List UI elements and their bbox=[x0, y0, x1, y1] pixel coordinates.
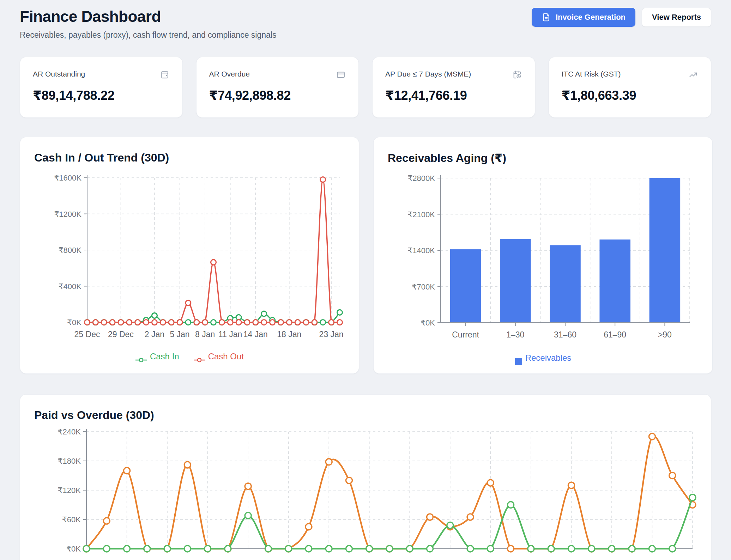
kpi-label: AR Outstanding bbox=[33, 70, 85, 78]
header-actions: Invoice Generation View Reports bbox=[532, 8, 711, 27]
kpi-label: AP Due ≤ 7 Days (MSME) bbox=[385, 70, 471, 78]
square-marker-icon bbox=[515, 351, 522, 365]
receivables-legend: Receivables bbox=[388, 351, 698, 365]
chart-title: Cash In / Out Trend (30D) bbox=[34, 151, 345, 164]
kpi-row: AR Outstanding ₹89,14,788.22 AR Overdue bbox=[20, 57, 711, 118]
legend-item-cash-in[interactable]: Cash In bbox=[135, 350, 179, 363]
svg-text:2 Jan: 2 Jan bbox=[145, 330, 164, 339]
line-marker-icon bbox=[135, 350, 147, 363]
svg-text:₹180K: ₹180K bbox=[58, 457, 81, 465]
svg-text:61–90: 61–90 bbox=[604, 330, 626, 339]
credit-card-icon bbox=[336, 70, 346, 81]
kpi-label: AR Overdue bbox=[209, 70, 250, 78]
kpi-label: ITC At Risk (GST) bbox=[562, 70, 621, 78]
chart-title: Receivables Aging (₹) bbox=[388, 151, 698, 165]
svg-text:₹1200K: ₹1200K bbox=[54, 210, 81, 219]
svg-text:>90: >90 bbox=[658, 330, 672, 339]
kpi-value: ₹1,80,663.39 bbox=[562, 88, 699, 103]
svg-text:25 Dec: 25 Dec bbox=[74, 330, 100, 339]
legend-label: Cash Out bbox=[208, 352, 244, 361]
page-title: Finance Dashboard bbox=[20, 8, 276, 25]
svg-text:18 Jan: 18 Jan bbox=[277, 330, 301, 339]
svg-text:31–60: 31–60 bbox=[554, 330, 576, 339]
legend-label: Cash In bbox=[150, 352, 179, 361]
svg-text:11 Jan: 11 Jan bbox=[218, 330, 242, 339]
svg-text:Current: Current bbox=[452, 330, 479, 339]
kpi-card-itc-at-risk: ITC At Risk (GST) ₹1,80,663.39 bbox=[549, 57, 712, 118]
svg-text:23 Jan: 23 Jan bbox=[319, 330, 344, 339]
chart-row: Cash In / Out Trend (30D) ₹0K₹400K₹800K₹… bbox=[20, 137, 711, 374]
calendar-clock-icon bbox=[512, 70, 522, 81]
kpi-value: ₹12,41,766.19 bbox=[385, 88, 522, 103]
svg-text:₹120K: ₹120K bbox=[58, 486, 81, 495]
svg-text:₹0K: ₹0K bbox=[66, 544, 81, 553]
svg-text:1–30: 1–30 bbox=[506, 330, 524, 339]
kpi-card-ar-outstanding: AR Outstanding ₹89,14,788.22 bbox=[20, 57, 183, 118]
header-titles: Finance Dashboard Receivables, payables … bbox=[20, 7, 276, 40]
view-reports-label: View Reports bbox=[652, 13, 701, 22]
svg-text:₹700K: ₹700K bbox=[412, 282, 435, 291]
svg-text:₹240K: ₹240K bbox=[58, 427, 81, 436]
header: Finance Dashboard Receivables, payables … bbox=[20, 7, 711, 40]
svg-text:29 Dec: 29 Dec bbox=[108, 330, 134, 339]
cash-trend-legend: Cash In Cash Out bbox=[34, 350, 345, 363]
kpi-value: ₹89,14,788.22 bbox=[33, 88, 170, 103]
cash-trend-card: Cash In / Out Trend (30D) ₹0K₹400K₹800K₹… bbox=[20, 137, 359, 374]
kpi-card-ap-due: AP Due ≤ 7 Days (MSME) ₹12,41,766.19 bbox=[372, 57, 535, 118]
receivables-aging-chart[interactable]: ₹0K₹700K₹1400K₹2100K₹2800KCurrent1–3031–… bbox=[388, 172, 698, 350]
svg-text:₹60K: ₹60K bbox=[62, 515, 81, 524]
svg-text:₹1600K: ₹1600K bbox=[54, 174, 81, 182]
kpi-value: ₹74,92,898.82 bbox=[209, 88, 346, 103]
page-subtitle: Receivables, payables (proxy), cash flow… bbox=[20, 30, 276, 40]
legend-label: Receivables bbox=[525, 353, 572, 363]
cash-trend-chart[interactable]: ₹0K₹400K₹800K₹1200K₹1600K25 Dec29 Dec2 J… bbox=[34, 171, 345, 349]
invoice-icon bbox=[542, 13, 551, 22]
kpi-card-ar-overdue: AR Overdue ₹74,92,898.82 bbox=[196, 57, 359, 118]
svg-text:₹2800K: ₹2800K bbox=[407, 174, 435, 183]
svg-text:₹0K: ₹0K bbox=[421, 318, 435, 327]
paid-vs-overdue-card: Paid vs Overdue (30D) ₹0K₹60K₹120K₹180K₹… bbox=[20, 394, 711, 560]
legend-item-cash-out[interactable]: Cash Out bbox=[193, 350, 244, 363]
view-reports-button[interactable]: View Reports bbox=[642, 8, 711, 27]
svg-text:14 Jan: 14 Jan bbox=[243, 330, 268, 339]
trending-up-icon bbox=[688, 70, 698, 81]
receivables-aging-card: Receivables Aging (₹) ₹0K₹700K₹1400K₹210… bbox=[373, 137, 713, 374]
invoice-generation-label: Invoice Generation bbox=[556, 13, 626, 22]
svg-text:₹1400K: ₹1400K bbox=[407, 246, 435, 255]
svg-text:₹800K: ₹800K bbox=[59, 246, 82, 255]
invoice-generation-button[interactable]: Invoice Generation bbox=[532, 8, 635, 27]
line-marker-icon bbox=[193, 350, 205, 363]
paid-overdue-chart[interactable]: ₹0K₹60K₹120K₹180K₹240K bbox=[34, 422, 697, 560]
wallet-icon bbox=[160, 70, 170, 81]
legend-item-receivables[interactable]: Receivables bbox=[515, 351, 572, 365]
svg-text:₹0K: ₹0K bbox=[67, 318, 81, 327]
svg-text:8 Jan: 8 Jan bbox=[195, 330, 215, 339]
svg-text:₹400K: ₹400K bbox=[59, 282, 82, 291]
chart-title: Paid vs Overdue (30D) bbox=[34, 409, 697, 422]
svg-text:₹2100K: ₹2100K bbox=[407, 210, 435, 219]
finance-dashboard-page: Finance Dashboard Receivables, payables … bbox=[0, 0, 731, 560]
svg-text:5 Jan: 5 Jan bbox=[170, 330, 189, 339]
